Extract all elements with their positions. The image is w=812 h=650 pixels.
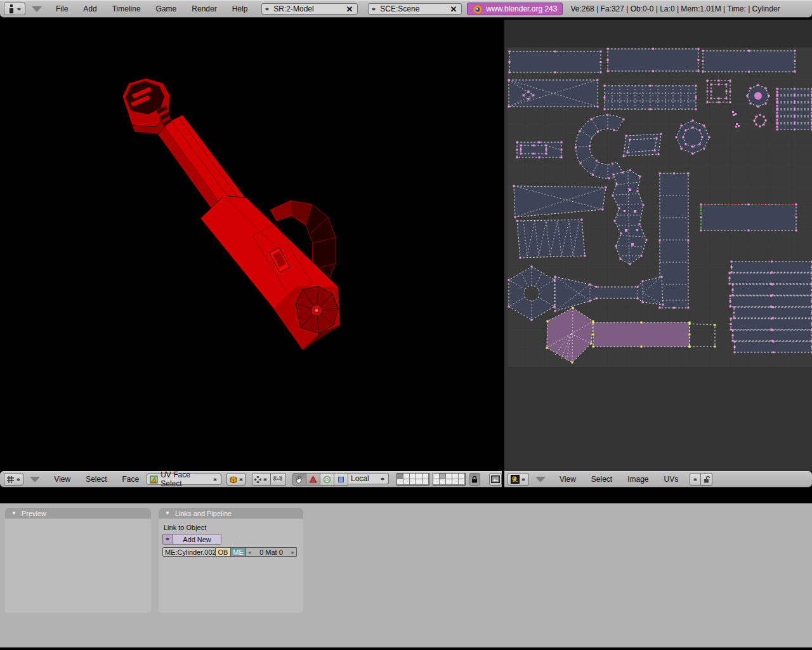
- ob-toggle-button[interactable]: OB: [216, 547, 231, 557]
- pivot-selector-button[interactable]: [252, 473, 271, 486]
- blender-window: File Add Timeline Game Render Help SR:2-…: [0, 0, 812, 650]
- mesh-name-field[interactable]: ME:Cylinder.002: [162, 547, 216, 557]
- menu-file[interactable]: File: [56, 4, 68, 13]
- image-pin-selector-button[interactable]: [690, 473, 701, 486]
- panel-collapse-icon[interactable]: ▼: [165, 510, 170, 516]
- lock-layers-button[interactable]: [469, 473, 480, 486]
- updown-arrows-icon: [263, 476, 268, 483]
- material-counter-value: 0 Mat 0: [259, 548, 283, 556]
- updown-arrows-icon: [16, 476, 22, 483]
- screen-name: SR:2-Model: [273, 4, 341, 13]
- pivot-dots-icon: [254, 476, 261, 483]
- buttons-window: ▼ Preview ▼ Links and Pipeline Link to O…: [0, 503, 812, 647]
- me-toggle-button[interactable]: ME: [231, 547, 246, 557]
- panel-collapse-icon[interactable]: ▼: [11, 510, 16, 516]
- updown-arrows-icon: [239, 476, 244, 483]
- version-label: www.blender.org 243: [486, 4, 557, 13]
- draw-type-button[interactable]: [226, 473, 246, 486]
- link-to-object-label: Link to Object: [164, 524, 299, 531]
- mode-selector[interactable]: UV Face Select: [147, 474, 221, 485]
- uv-layout-canvas: [504, 20, 812, 471]
- menu-select[interactable]: Select: [591, 475, 612, 484]
- preview-panel[interactable]: ▼ Preview: [5, 508, 151, 613]
- green-circle-icon: [323, 475, 331, 484]
- manipulator-extra-button[interactable]: [334, 473, 348, 486]
- browse-mesh-dropdown[interactable]: [162, 534, 173, 545]
- material-counter[interactable]: ◂ 0 Mat 0 ▸: [246, 547, 297, 557]
- uv-image-editor[interactable]: [504, 20, 812, 471]
- updown-arrows-icon: [371, 6, 377, 13]
- menu-face[interactable]: Face: [122, 475, 140, 484]
- manipulator-toggle-button[interactable]: [271, 473, 286, 486]
- solid-cube-icon: [228, 475, 237, 484]
- updown-arrows-icon: [521, 476, 527, 483]
- mode-label: UV Face Select: [160, 470, 210, 488]
- left-arrow-icon[interactable]: ◂: [248, 549, 251, 555]
- updown-arrows-icon: [165, 536, 171, 543]
- links-and-pipeline-panel[interactable]: ▼ Links and Pipeline Link to Object Add …: [159, 508, 303, 613]
- preview-panel-title: Preview: [22, 510, 46, 517]
- grid-3d-view-icon: [6, 475, 15, 484]
- collapse-menus-icon[interactable]: [32, 6, 42, 12]
- menu-uvs[interactable]: UVs: [664, 475, 679, 484]
- window-type-button[interactable]: [4, 3, 25, 15]
- mesh-object-red-drill: [0, 20, 502, 471]
- lock-open-icon: [704, 475, 710, 483]
- updown-arrows-icon: [213, 476, 218, 483]
- manipulator-scale-button[interactable]: [320, 473, 334, 486]
- scene-statistics: Ve:268 | Fa:327 | Ob:0-0 | La:0 | Mem:1.…: [570, 4, 780, 13]
- menu-render[interactable]: Render: [192, 4, 216, 13]
- close-icon[interactable]: ✕: [448, 4, 459, 14]
- editor-type-selector-uv[interactable]: [508, 473, 529, 486]
- lock-closed-icon: [471, 475, 478, 483]
- face-select-mode-icon: [150, 475, 158, 484]
- menu-help[interactable]: Help: [232, 4, 248, 13]
- update-lock-button[interactable]: [701, 473, 712, 486]
- main-header: File Add Timeline Game Render Help SR:2-…: [0, 0, 812, 18]
- picture-icon: [491, 475, 500, 483]
- collapse-menus-icon[interactable]: [30, 477, 40, 482]
- updown-arrows-icon: [16, 6, 22, 13]
- orientation-label: Local: [351, 474, 377, 483]
- scene-selector[interactable]: SCE:Scene ✕: [368, 3, 462, 15]
- links-panel-body: Link to Object Add New ME:Cylinder.002 O…: [159, 519, 303, 613]
- render-preview-button[interactable]: [489, 473, 502, 486]
- collapse-menus-icon[interactable]: [535, 477, 546, 482]
- layer-buttons-group-1[interactable]: [396, 473, 429, 486]
- info-icon: [8, 4, 15, 13]
- version-button[interactable]: www.blender.org 243: [467, 3, 563, 15]
- viewport-3d-header: View Select Face UV Face Select: [0, 471, 502, 488]
- menu-timeline[interactable]: Timeline: [112, 4, 141, 13]
- updown-arrows-icon: [380, 475, 386, 482]
- menu-add[interactable]: Add: [83, 4, 96, 13]
- blue-square-icon: [337, 476, 344, 483]
- manipulator-translate-button[interactable]: [292, 473, 306, 486]
- menu-game[interactable]: Game: [156, 4, 177, 13]
- manipulator-rotate-button[interactable]: [306, 473, 320, 486]
- red-triangle-icon: [309, 475, 317, 483]
- menu-view[interactable]: View: [54, 475, 70, 484]
- move-widget-icon: [273, 476, 282, 482]
- close-icon[interactable]: ✕: [344, 4, 355, 14]
- screen-selector[interactable]: SR:2-Model ✕: [261, 3, 358, 15]
- updown-arrows-icon: [693, 476, 698, 483]
- transform-orientation-selector[interactable]: Local: [348, 473, 389, 484]
- preview-panel-header[interactable]: ▼ Preview: [5, 508, 151, 519]
- preview-panel-body: [5, 519, 151, 613]
- menu-view[interactable]: View: [560, 475, 576, 484]
- hand-icon: [296, 475, 303, 484]
- right-arrow-icon[interactable]: ▸: [291, 549, 294, 555]
- menu-select[interactable]: Select: [86, 475, 107, 484]
- image-editor-icon: [511, 475, 520, 484]
- updown-arrows-icon: [265, 6, 270, 13]
- layer-buttons-group-2[interactable]: [433, 473, 466, 486]
- links-panel-title: Links and Pipeline: [175, 510, 232, 517]
- viewport-3d[interactable]: [0, 20, 502, 471]
- editor-type-selector-3d[interactable]: [4, 473, 23, 486]
- add-new-button[interactable]: Add New: [173, 534, 221, 545]
- links-panel-header[interactable]: ▼ Links and Pipeline: [159, 508, 303, 519]
- menu-image[interactable]: Image: [627, 475, 648, 484]
- scene-name: SCE:Scene: [380, 4, 445, 13]
- blender-logo-icon: [473, 4, 482, 14]
- uv-editor-header: View Select Image UVs: [504, 471, 812, 488]
